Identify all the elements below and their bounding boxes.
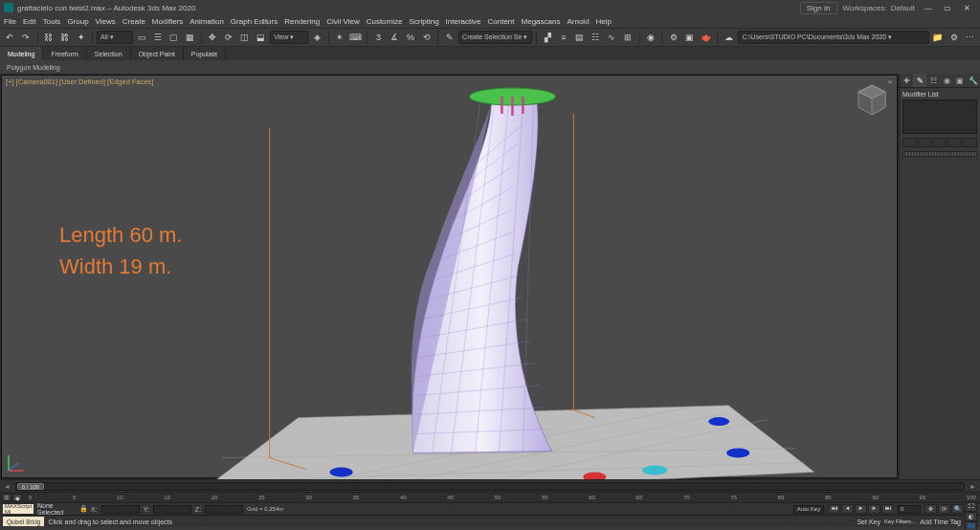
align-button[interactable]: ≡ <box>556 30 570 45</box>
coord-y-field[interactable] <box>153 505 191 514</box>
project-path[interactable]: C:\Users\STUDIO PC\Documents\3ds Max 202… <box>738 31 929 44</box>
cmd-tab-hierarchy[interactable]: ☷ <box>926 74 940 87</box>
menu-animation[interactable]: Animation <box>189 17 224 26</box>
time-slider-track[interactable]: 0 / 100 <box>15 482 965 491</box>
stack-pin-button[interactable] <box>902 138 917 147</box>
render-setup-button[interactable]: ⚙ <box>666 30 680 45</box>
redo-button[interactable]: ↷ <box>19 30 33 45</box>
ref-coord-system[interactable]: View ▾ <box>270 31 308 44</box>
stack-unique-button[interactable] <box>933 138 947 147</box>
open-a360-button[interactable]: ☁ <box>722 30 736 45</box>
menu-tools[interactable]: Tools <box>43 17 61 26</box>
cmd-tab-motion[interactable]: ◉ <box>940 74 953 87</box>
stack-config-button[interactable] <box>963 138 977 147</box>
nav-pan-button[interactable]: ✥ <box>924 504 937 514</box>
cmd-tab-utilities[interactable]: 🔧 <box>967 74 980 87</box>
menu-help[interactable]: Help <box>596 17 612 26</box>
time-slider[interactable]: ◄ 0 / 100 ► <box>0 479 980 492</box>
named-selection-set[interactable]: Create Selection Se ▾ <box>458 31 532 44</box>
menu-customize[interactable]: Customize <box>367 17 403 26</box>
current-frame-field[interactable]: 0 <box>898 505 921 514</box>
time-slider-thumb[interactable]: 0 / 100 <box>17 483 44 490</box>
keyfilters-button[interactable]: Key Filters... <box>884 519 916 524</box>
next-frame-button[interactable]: ► <box>868 504 880 514</box>
selection-filter[interactable]: All ▾ <box>97 31 133 44</box>
ribbon-tab-selection[interactable]: Selection <box>87 47 131 60</box>
stack-show-button[interactable] <box>918 138 932 147</box>
trackbar-toggle-button[interactable]: ≡ <box>2 494 11 501</box>
render-frame-button[interactable]: ▣ <box>682 30 697 45</box>
menu-arnold[interactable]: Arnold <box>567 17 589 26</box>
bind-spacewarp-button[interactable]: ✦ <box>74 30 88 45</box>
ribbon-tab-objectpaint[interactable]: Object Paint <box>131 47 184 60</box>
placement-button[interactable]: ⬓ <box>254 30 268 45</box>
menu-file[interactable]: File <box>4 17 16 26</box>
pivot-center-button[interactable]: ◈ <box>310 30 324 45</box>
keyboard-shortcut-button[interactable]: ⌨ <box>348 30 363 45</box>
menu-grapheditors[interactable]: Graph Editors <box>231 17 278 26</box>
minimize-button[interactable]: — <box>919 4 938 12</box>
trackbar-key-button[interactable]: ◆ <box>12 494 22 501</box>
nav-walk-button[interactable]: 👣 <box>965 521 977 530</box>
settings-icon[interactable]: ⚙ <box>947 30 961 45</box>
window-crossing-button[interactable]: ▦ <box>183 30 197 45</box>
nav-zoom-button[interactable]: 🔍 <box>951 504 964 514</box>
modifier-stack[interactable] <box>902 99 977 134</box>
ribbon-tab-populate[interactable]: Populate <box>184 47 227 60</box>
named-sel-set-edit[interactable]: ✎ <box>442 30 457 45</box>
link-button[interactable]: ⛓ <box>42 30 56 45</box>
maximize-button[interactable]: ▭ <box>938 4 957 12</box>
ribbon-tab-modeling[interactable]: Modeling <box>0 47 43 60</box>
menu-content[interactable]: Content <box>488 17 515 26</box>
nav-fov-button[interactable]: ◐ <box>965 512 977 521</box>
mirror-button[interactable]: ▞ <box>541 30 555 45</box>
nav-orbit-button[interactable]: ⟳ <box>938 504 950 514</box>
menu-rendering[interactable]: Rendering <box>284 17 320 26</box>
menu-group[interactable]: Group <box>67 17 88 26</box>
rollout-handle[interactable] <box>902 151 977 157</box>
move-button[interactable]: ✥ <box>206 30 220 45</box>
menu-create[interactable]: Create <box>122 17 145 26</box>
material-editor-button[interactable]: ◉ <box>643 30 657 45</box>
percent-snap-button[interactable]: % <box>404 30 418 45</box>
cmd-tab-create[interactable]: ✚ <box>900 74 913 87</box>
workspace-select[interactable]: Default <box>891 4 915 12</box>
prev-frame-button[interactable]: ◄ <box>841 504 854 514</box>
menu-megascans[interactable]: Megascans <box>522 17 561 26</box>
timeslider-right-arrow-icon[interactable]: ► <box>965 483 976 490</box>
menu-edit[interactable]: Edit <box>23 17 36 26</box>
menu-civilview[interactable]: Civil View <box>326 17 360 26</box>
spinner-snap-button[interactable]: ⟲ <box>420 30 434 45</box>
menu-modifiers[interactable]: Modifiers <box>152 17 183 26</box>
select-region-button[interactable]: ▢ <box>167 30 181 45</box>
coord-z-field[interactable] <box>205 505 243 514</box>
layer-explorer-button[interactable]: ▤ <box>572 30 587 45</box>
coord-x-field[interactable] <box>101 505 140 514</box>
folder-button[interactable]: 📁 <box>931 30 946 45</box>
viewcube[interactable] <box>853 81 891 120</box>
sign-in-button[interactable]: Sign In <box>800 2 837 14</box>
viewport[interactable]: [+] [Camera001] [User Defined] [Edged Fa… <box>1 75 898 478</box>
undo-button[interactable]: ↶ <box>3 30 17 45</box>
menu-scripting[interactable]: Scripting <box>409 17 438 26</box>
ribbon-tab-freeform[interactable]: Freeform <box>43 47 86 60</box>
snap-toggle-3[interactable]: 3 <box>371 30 386 45</box>
ribbon-group-polymodeling[interactable]: Polygon Modeling <box>3 61 64 73</box>
angle-snap-button[interactable]: ∡ <box>388 30 402 45</box>
menu-views[interactable]: Views <box>96 17 116 26</box>
setkey-button[interactable]: Set Key <box>857 519 880 525</box>
track-bar[interactable]: ≡ ◆ 0 5 10 15 20 25 30 35 40 45 50 55 60… <box>0 492 980 502</box>
rotate-button[interactable]: ⟳ <box>222 30 236 45</box>
select-by-name-button[interactable]: ☰ <box>150 30 165 45</box>
render-button[interactable]: 🫖 <box>699 30 713 45</box>
cmd-tab-display[interactable]: ▣ <box>953 74 967 87</box>
schematic-view-button[interactable]: ⊞ <box>621 30 635 45</box>
autokey-button[interactable]: Auto Key <box>793 505 824 514</box>
scale-button[interactable]: ◫ <box>238 30 253 45</box>
toggle-scene-explorer-button[interactable]: ☷ <box>589 30 603 45</box>
manipulate-button[interactable]: ✶ <box>332 30 346 45</box>
add-time-tag[interactable]: Add Time Tag <box>920 519 961 525</box>
close-button[interactable]: ✕ <box>957 4 976 12</box>
play-button[interactable]: ► <box>855 504 867 514</box>
timeslider-left-arrow-icon[interactable]: ◄ <box>4 483 15 490</box>
